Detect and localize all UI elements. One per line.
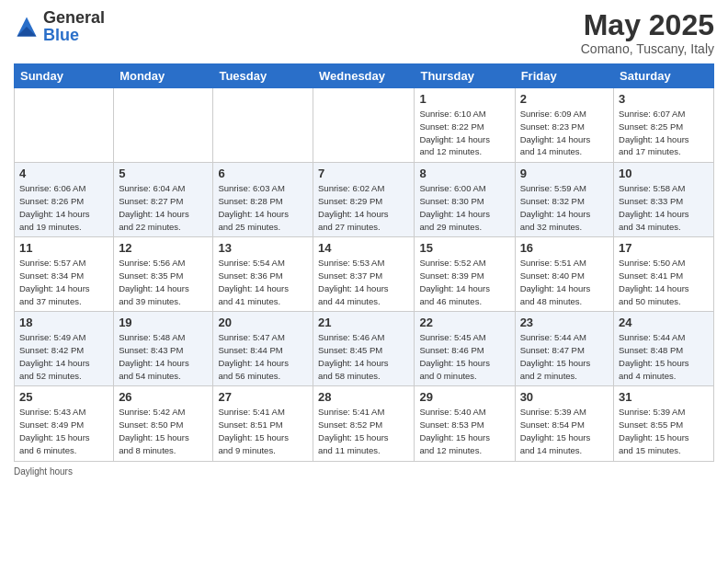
day-number: 6: [218, 167, 308, 180]
day-number: 9: [520, 167, 609, 180]
weekday-header-friday: Friday: [515, 64, 613, 88]
day-number: 12: [119, 241, 208, 255]
day-number: 18: [19, 316, 108, 329]
month-title: May 2025: [581, 9, 714, 41]
day-number: 30: [520, 390, 609, 404]
day-info: Sunrise: 5:41 AM Sunset: 8:52 PM Dayligh…: [318, 406, 409, 456]
calendar-cell: 11Sunrise: 5:57 AM Sunset: 8:34 PM Dayli…: [15, 237, 114, 312]
day-number: 31: [619, 390, 709, 404]
day-number: 27: [218, 390, 308, 404]
calendar-cell: [213, 88, 313, 163]
day-info: Sunrise: 5:49 AM Sunset: 8:42 PM Dayligh…: [19, 331, 108, 382]
daylight-label: Daylight hours: [14, 466, 73, 477]
logo-general: General: [43, 8, 105, 27]
day-number: 5: [119, 167, 208, 180]
day-info: Sunrise: 6:04 AM Sunset: 8:27 PM Dayligh…: [119, 182, 208, 233]
calendar-row-1: 4Sunrise: 6:06 AM Sunset: 8:26 PM Daylig…: [15, 163, 714, 237]
calendar-cell: 31Sunrise: 5:39 AM Sunset: 8:55 PM Dayli…: [614, 386, 714, 461]
day-info: Sunrise: 5:48 AM Sunset: 8:43 PM Dayligh…: [119, 331, 208, 382]
calendar-cell: 9Sunrise: 5:59 AM Sunset: 8:32 PM Daylig…: [515, 163, 613, 237]
day-number: 24: [619, 316, 709, 329]
weekday-header-tuesday: Tuesday: [213, 64, 313, 88]
day-info: Sunrise: 5:58 AM Sunset: 8:33 PM Dayligh…: [619, 182, 709, 233]
calendar-cell: 26Sunrise: 5:42 AM Sunset: 8:50 PM Dayli…: [114, 386, 213, 461]
day-number: 10: [619, 167, 709, 180]
day-info: Sunrise: 5:57 AM Sunset: 8:34 PM Dayligh…: [19, 257, 108, 307]
day-number: 17: [619, 241, 709, 255]
weekday-header-sunday: Sunday: [15, 64, 114, 88]
day-number: 4: [19, 167, 108, 180]
day-info: Sunrise: 5:40 AM Sunset: 8:53 PM Dayligh…: [419, 406, 509, 456]
day-number: 22: [419, 316, 509, 329]
calendar-cell: [313, 88, 415, 163]
day-info: Sunrise: 6:09 AM Sunset: 8:23 PM Dayligh…: [520, 108, 609, 158]
day-info: Sunrise: 5:42 AM Sunset: 8:50 PM Dayligh…: [119, 406, 208, 456]
day-info: Sunrise: 6:10 AM Sunset: 8:22 PM Dayligh…: [419, 108, 509, 158]
weekday-header-saturday: Saturday: [614, 64, 714, 88]
day-number: 1: [419, 92, 509, 106]
day-number: 14: [318, 241, 409, 255]
day-info: Sunrise: 5:39 AM Sunset: 8:54 PM Dayligh…: [520, 406, 609, 456]
calendar-cell: 8Sunrise: 6:00 AM Sunset: 8:30 PM Daylig…: [415, 163, 515, 237]
day-info: Sunrise: 6:00 AM Sunset: 8:30 PM Dayligh…: [419, 182, 509, 233]
calendar-cell: 13Sunrise: 5:54 AM Sunset: 8:36 PM Dayli…: [213, 237, 313, 312]
day-info: Sunrise: 5:44 AM Sunset: 8:48 PM Dayligh…: [619, 331, 709, 382]
day-info: Sunrise: 5:45 AM Sunset: 8:46 PM Dayligh…: [419, 331, 509, 382]
calendar-cell: 15Sunrise: 5:52 AM Sunset: 8:39 PM Dayli…: [415, 237, 515, 312]
calendar-cell: 29Sunrise: 5:40 AM Sunset: 8:53 PM Dayli…: [415, 386, 515, 461]
day-number: 11: [19, 241, 108, 255]
calendar-cell: 20Sunrise: 5:47 AM Sunset: 8:44 PM Dayli…: [213, 312, 313, 386]
logo-text: General Blue: [43, 9, 105, 44]
day-number: 21: [318, 316, 409, 329]
header: General Blue May 2025 Comano, Tuscany, I…: [14, 9, 714, 56]
calendar-cell: 6Sunrise: 6:03 AM Sunset: 8:28 PM Daylig…: [213, 163, 313, 237]
weekday-header-thursday: Thursday: [415, 64, 515, 88]
day-number: 13: [218, 241, 308, 255]
calendar-cell: 25Sunrise: 5:43 AM Sunset: 8:49 PM Dayli…: [15, 386, 114, 461]
day-info: Sunrise: 6:06 AM Sunset: 8:26 PM Dayligh…: [19, 182, 108, 233]
calendar-cell: 3Sunrise: 6:07 AM Sunset: 8:25 PM Daylig…: [614, 88, 714, 163]
calendar-cell: 14Sunrise: 5:53 AM Sunset: 8:37 PM Dayli…: [313, 237, 415, 312]
calendar-cell: 18Sunrise: 5:49 AM Sunset: 8:42 PM Dayli…: [15, 312, 114, 386]
day-info: Sunrise: 5:53 AM Sunset: 8:37 PM Dayligh…: [318, 257, 409, 307]
location: Comano, Tuscany, Italy: [581, 41, 714, 56]
day-info: Sunrise: 5:47 AM Sunset: 8:44 PM Dayligh…: [218, 331, 308, 382]
day-info: Sunrise: 5:41 AM Sunset: 8:51 PM Dayligh…: [218, 406, 308, 456]
day-number: 29: [419, 390, 509, 404]
calendar-cell: 23Sunrise: 5:44 AM Sunset: 8:47 PM Dayli…: [515, 312, 613, 386]
day-info: Sunrise: 5:56 AM Sunset: 8:35 PM Dayligh…: [119, 257, 208, 307]
logo-blue: Blue: [43, 26, 79, 44]
calendar-row-0: 1Sunrise: 6:10 AM Sunset: 8:22 PM Daylig…: [15, 88, 714, 163]
calendar-cell: 5Sunrise: 6:04 AM Sunset: 8:27 PM Daylig…: [114, 163, 213, 237]
day-number: 26: [119, 390, 208, 404]
weekday-header-monday: Monday: [114, 64, 213, 88]
day-info: Sunrise: 6:07 AM Sunset: 8:25 PM Dayligh…: [619, 108, 709, 158]
day-number: 28: [318, 390, 409, 404]
day-info: Sunrise: 6:02 AM Sunset: 8:29 PM Dayligh…: [318, 182, 409, 233]
day-info: Sunrise: 5:51 AM Sunset: 8:40 PM Dayligh…: [520, 257, 609, 307]
calendar-cell: 1Sunrise: 6:10 AM Sunset: 8:22 PM Daylig…: [415, 88, 515, 163]
calendar-cell: 7Sunrise: 6:02 AM Sunset: 8:29 PM Daylig…: [313, 163, 415, 237]
day-info: Sunrise: 5:59 AM Sunset: 8:32 PM Dayligh…: [520, 182, 609, 233]
day-number: 3: [619, 92, 709, 106]
day-info: Sunrise: 5:39 AM Sunset: 8:55 PM Dayligh…: [619, 406, 709, 456]
day-number: 8: [419, 167, 509, 180]
calendar-cell: 16Sunrise: 5:51 AM Sunset: 8:40 PM Dayli…: [515, 237, 613, 312]
day-number: 25: [19, 390, 108, 404]
calendar-cell: 22Sunrise: 5:45 AM Sunset: 8:46 PM Dayli…: [415, 312, 515, 386]
weekday-header-wednesday: Wednesday: [313, 64, 415, 88]
calendar-cell: [114, 88, 213, 163]
title-block: May 2025 Comano, Tuscany, Italy: [581, 9, 714, 56]
day-info: Sunrise: 6:03 AM Sunset: 8:28 PM Dayligh…: [218, 182, 308, 233]
day-info: Sunrise: 5:54 AM Sunset: 8:36 PM Dayligh…: [218, 257, 308, 307]
calendar-cell: 2Sunrise: 6:09 AM Sunset: 8:23 PM Daylig…: [515, 88, 613, 163]
calendar-cell: 4Sunrise: 6:06 AM Sunset: 8:26 PM Daylig…: [15, 163, 114, 237]
footer: Daylight hours: [14, 466, 714, 477]
calendar-cell: [15, 88, 114, 163]
calendar-cell: 12Sunrise: 5:56 AM Sunset: 8:35 PM Dayli…: [114, 237, 213, 312]
calendar-cell: 24Sunrise: 5:44 AM Sunset: 8:48 PM Dayli…: [614, 312, 714, 386]
calendar-row-2: 11Sunrise: 5:57 AM Sunset: 8:34 PM Dayli…: [15, 237, 714, 312]
calendar-row-3: 18Sunrise: 5:49 AM Sunset: 8:42 PM Dayli…: [15, 312, 714, 386]
calendar-cell: 28Sunrise: 5:41 AM Sunset: 8:52 PM Dayli…: [313, 386, 415, 461]
day-number: 19: [119, 316, 208, 329]
